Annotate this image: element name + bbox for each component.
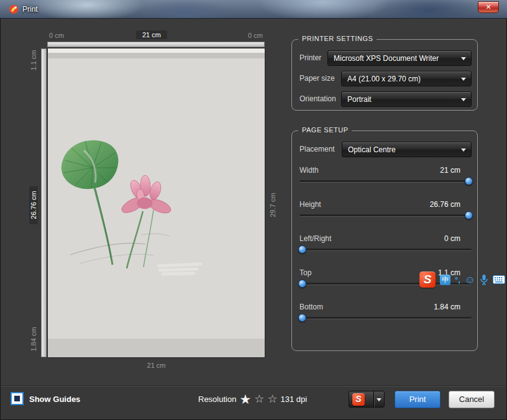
chevron-down-icon [461, 148, 466, 152]
star-icon[interactable]: ☆ [254, 393, 264, 404]
ruler-horizontal [47, 42, 265, 47]
window-title: Print [22, 5, 38, 14]
width-label: Width [299, 166, 319, 175]
chevron-down-icon [461, 57, 466, 60]
width-slider[interactable] [299, 180, 472, 182]
print-button[interactable]: Print [395, 391, 441, 408]
placement-value: Optical Centre [348, 145, 396, 154]
footer-bar: Show Guides Resolution ★ ☆ ☆ 131 dpi S P… [0, 385, 507, 420]
bottom-slider[interactable] [299, 317, 472, 319]
print-preview-page[interactable] [48, 48, 265, 357]
printer-select[interactable]: Microsoft XPS Document Writer [327, 50, 472, 66]
ruler-vertical [41, 48, 47, 357]
bottom-slider-row: Bottom 1.84 cm [299, 303, 472, 324]
chevron-down-icon [461, 98, 466, 101]
printer-label: Printer [299, 53, 321, 62]
left-right-slider-row: Left/Right 0 cm [299, 234, 472, 255]
ime-language-button[interactable]: S [349, 391, 385, 408]
width-value: 21 cm [440, 166, 460, 175]
ime-toolbar: S 中 °, ☺ [419, 271, 505, 288]
top-slider-handle[interactable] [298, 280, 306, 288]
app-icon [9, 4, 19, 14]
dialog-body: 0 cm 21 cm 0 cm 1.1 cm 26.76 cm 1.84 cm … [0, 19, 507, 385]
chevron-down-icon [461, 78, 466, 81]
resolution-label: Resolution [198, 395, 236, 404]
close-button[interactable]: ✕ [478, 1, 499, 13]
cancel-button[interactable]: Cancel [449, 391, 495, 408]
ruler-left-bottom-label: 1.84 cm [30, 327, 37, 351]
close-icon: ✕ [485, 3, 491, 11]
top-label: Top [299, 268, 311, 277]
smiley-icon[interactable]: ☺ [465, 275, 475, 285]
lotus-painting [48, 48, 265, 357]
ruler-right-label: 29.7 cm [269, 193, 276, 217]
keyboard-icon[interactable] [493, 275, 505, 284]
orientation-value: Portrait [347, 95, 372, 104]
page-setup-group: PAGE SETUP Placement Optical Centre Widt… [291, 130, 478, 351]
ime-dropdown-split[interactable] [373, 391, 384, 407]
height-slider-row: Height 26.76 cm [299, 200, 472, 221]
chevron-down-icon [377, 398, 381, 401]
bottom-label: Bottom [299, 303, 323, 311]
checkbox-check-icon [14, 396, 20, 401]
ruler-bottom-label: 21 cm [48, 362, 265, 369]
width-slider-handle[interactable] [465, 177, 473, 185]
print-dialog: Print ✕ 0 cm 21 cm 0 cm 1.1 cm 26.76 cm … [0, 0, 507, 420]
width-slider-row: Width 21 cm [299, 166, 472, 187]
punctuation-icon[interactable]: °, [455, 275, 460, 285]
chinese-mode-icon[interactable]: 中 [440, 275, 450, 285]
height-label: Height [299, 200, 321, 209]
sogou-logo-icon: S [352, 393, 365, 406]
left-right-slider[interactable] [299, 249, 472, 250]
left-right-value: 0 cm [444, 234, 460, 243]
ruler-left-top-label: 1.1 cm [30, 50, 37, 70]
title-bar[interactable]: Print ✕ [0, 0, 507, 19]
sogou-logo-icon[interactable]: S [419, 272, 436, 288]
star-icon[interactable]: ☆ [267, 393, 277, 404]
page-setup-legend: PAGE SETUP [298, 126, 352, 134]
paper-size-value: A4 (21.00 x 29.70 cm) [347, 75, 421, 83]
printer-settings-legend: PRINTER SETTINGS [298, 35, 377, 42]
orientation-select[interactable]: Portrait [341, 91, 472, 107]
placement-select[interactable]: Optical Centre [342, 142, 472, 157]
bottom-slider-handle[interactable] [298, 314, 306, 322]
bottom-value: 1.84 cm [434, 303, 460, 311]
height-slider-handle[interactable] [465, 211, 473, 219]
placement-label: Placement [299, 145, 335, 153]
ruler-left-center-label: 26.76 cm [29, 186, 38, 224]
show-guides-label: Show Guides [29, 395, 80, 404]
resolution-cluster: Resolution ★ ☆ ☆ 131 dpi [198, 390, 307, 408]
left-right-label: Left/Right [299, 234, 331, 243]
paper-size-label: Paper size [299, 74, 335, 83]
left-right-slider-handle[interactable] [298, 245, 306, 253]
dpi-value: 131 dpi [281, 395, 308, 404]
ruler-top-center-label: 21 cm [136, 30, 167, 39]
paper-size-select[interactable]: A4 (21.00 x 29.70 cm) [341, 71, 472, 86]
printer-value: Microsoft XPS Document Writer [334, 54, 439, 63]
ruler-top-right-label: 0 cm [248, 32, 263, 39]
printer-settings-group: PRINTER SETTINGS Printer Microsoft XPS D… [291, 39, 478, 111]
height-slider[interactable] [299, 214, 472, 216]
star-icon[interactable]: ★ [239, 393, 251, 406]
height-value: 26.76 cm [430, 200, 460, 209]
orientation-label: Orientation [299, 94, 336, 103]
microphone-icon[interactable] [480, 274, 488, 285]
show-guides-checkbox[interactable] [11, 392, 24, 405]
ruler-top-left-label: 0 cm [49, 32, 64, 39]
